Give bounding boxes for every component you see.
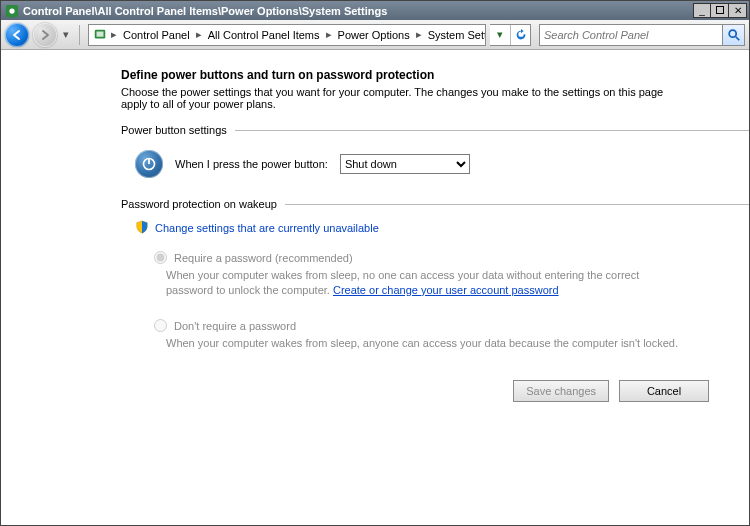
svg-rect-3 xyxy=(97,31,104,36)
radio-dont-input[interactable] xyxy=(154,319,167,332)
power-button-label: When I press the power button: xyxy=(175,158,328,170)
page-heading: Define power buttons and turn on passwor… xyxy=(121,68,749,82)
content-area: Define power buttons and turn on passwor… xyxy=(1,50,749,525)
password-radio-group: Require a password (recommended) When yo… xyxy=(121,246,681,351)
svg-line-5 xyxy=(735,36,739,40)
breadcrumb-dropdown[interactable]: ▾ xyxy=(490,25,510,45)
radio-dont-desc: When your computer wakes from sleep, any… xyxy=(166,336,681,351)
radio-require-label-wrap[interactable]: Require a password (recommended) xyxy=(149,252,353,264)
section-power-button: Power button settings xyxy=(121,124,749,136)
title-bar: Control Panel\All Control Panel Items\Po… xyxy=(1,1,749,20)
close-button[interactable]: ✕ xyxy=(729,3,747,18)
breadcrumb-power-options[interactable]: Power Options xyxy=(332,25,416,45)
minimize-button[interactable]: _ xyxy=(693,3,711,18)
refresh-button[interactable] xyxy=(510,25,530,45)
power-icon xyxy=(135,150,163,178)
power-button-row: When I press the power button: Shut down xyxy=(121,144,749,192)
search-button[interactable] xyxy=(722,25,744,45)
save-button[interactable]: Save changes xyxy=(513,380,609,402)
window-title: Control Panel\All Control Panel Items\Po… xyxy=(23,5,693,17)
divider xyxy=(285,204,749,205)
forward-button[interactable] xyxy=(33,23,57,47)
svg-point-4 xyxy=(729,30,736,37)
footer-buttons: Save changes Cancel xyxy=(513,380,709,402)
change-unavailable-link[interactable]: Change settings that are currently unava… xyxy=(155,222,379,234)
radio-dont-label: Don't require a password xyxy=(174,320,296,332)
power-button-select[interactable]: Shut down xyxy=(340,154,470,174)
control-panel-icon xyxy=(5,4,19,18)
shield-icon xyxy=(135,220,149,236)
page-intro: Choose the power settings that you want … xyxy=(121,86,681,110)
recent-history-dropdown[interactable]: ▾ xyxy=(61,26,71,44)
search-icon xyxy=(727,28,741,42)
radio-dont-label-wrap[interactable]: Don't require a password xyxy=(149,320,296,332)
radio-dont-require-password: Don't require a password When your compu… xyxy=(149,314,681,351)
breadcrumb-control-panel[interactable]: Control Panel xyxy=(117,25,196,45)
radio-require-desc: When your computer wakes from sleep, no … xyxy=(166,268,681,298)
maximize-button[interactable] xyxy=(711,3,729,18)
search-input[interactable] xyxy=(540,29,722,41)
back-button[interactable] xyxy=(5,23,29,47)
divider xyxy=(235,130,749,131)
section-password-label: Password protection on wakeup xyxy=(121,198,277,210)
separator xyxy=(79,25,80,45)
radio-require-label: Require a password (recommended) xyxy=(174,252,353,264)
change-unavailable-row: Change settings that are currently unava… xyxy=(121,218,749,246)
section-password: Password protection on wakeup xyxy=(121,198,749,210)
svg-point-1 xyxy=(9,8,14,13)
nav-bar: ▾ ▸ Control Panel ▸ All Control Panel It… xyxy=(1,20,749,50)
cancel-button[interactable]: Cancel xyxy=(619,380,709,402)
search-box xyxy=(539,24,745,46)
breadcrumb-actions: ▾ xyxy=(490,24,531,46)
breadcrumb-icon xyxy=(93,27,107,43)
radio-require-input[interactable] xyxy=(154,251,167,264)
breadcrumb-all-items[interactable]: All Control Panel Items xyxy=(202,25,326,45)
create-password-link[interactable]: Create or change your user account passw… xyxy=(333,284,559,296)
breadcrumb[interactable]: ▸ Control Panel ▸ All Control Panel Item… xyxy=(88,24,486,46)
radio-require-password: Require a password (recommended) When yo… xyxy=(149,246,681,298)
window-buttons: _ ✕ xyxy=(693,3,747,18)
section-power-button-label: Power button settings xyxy=(121,124,227,136)
breadcrumb-system-settings[interactable]: System Settings xyxy=(422,25,486,45)
